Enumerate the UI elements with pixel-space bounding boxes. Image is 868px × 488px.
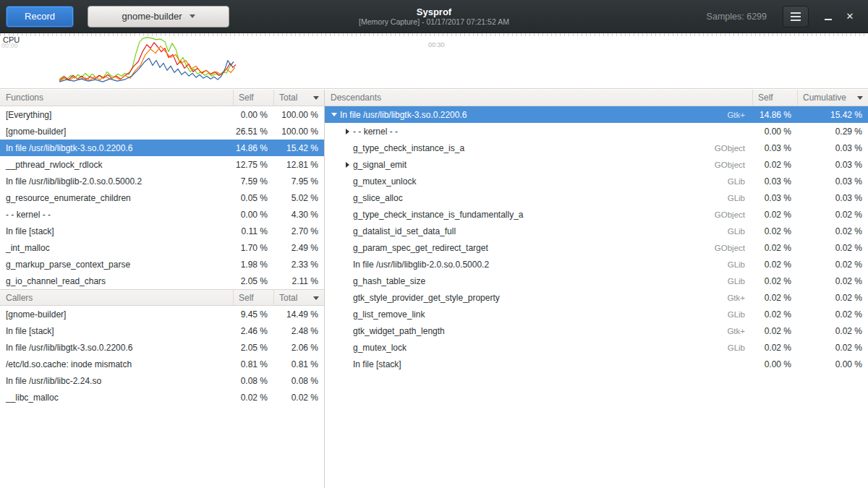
functions-total-column-header[interactable]: Total <box>273 90 324 106</box>
chevron-down-icon <box>190 14 195 18</box>
descendants-column-header[interactable]: Descendants <box>325 90 752 106</box>
callers-self-column-header[interactable]: Self <box>233 290 273 305</box>
symbol-name: __pthread_rwlock_rdlock <box>0 160 233 170</box>
symbol-name: g_signal_emit <box>353 160 407 170</box>
caller-row[interactable]: __libc_malloc0.02 %0.02 % <box>0 389 324 406</box>
total-percent: 100.00 % <box>273 110 324 120</box>
descendant-row[interactable]: g_slice_allocGLib0.03 %0.03 % <box>325 189 868 206</box>
function-row[interactable]: In file [stack]0.11 %2.70 % <box>0 223 324 239</box>
descendants-self-column-header[interactable]: Self <box>752 90 797 106</box>
expander-icon[interactable] <box>328 113 340 116</box>
self-percent: 0.02 % <box>752 326 797 336</box>
descendant-row[interactable]: g_param_spec_get_redirect_targetGObject0… <box>325 239 868 256</box>
descendant-row[interactable]: g_datalist_id_set_data_fullGLib0.02 %0.0… <box>325 223 868 239</box>
descendant-row[interactable]: g_type_check_instance_is_aGObject0.03 %0… <box>325 140 868 156</box>
cumulative-percent: 0.00 % <box>797 359 868 369</box>
functions-header: Functions Self Total <box>0 90 324 106</box>
function-row[interactable]: g_resource_enumerate_children0.05 %5.02 … <box>0 189 324 206</box>
function-row[interactable]: __pthread_rwlock_rdlock12.75 %12.81 % <box>0 156 324 173</box>
cumulative-percent: 0.29 % <box>797 127 868 137</box>
descendant-row[interactable]: In file [stack]0.00 %0.00 % <box>325 356 868 372</box>
minimize-button[interactable] <box>817 6 839 27</box>
record-button[interactable]: Record <box>6 6 74 27</box>
descendant-row[interactable]: gtk_style_provider_get_style_propertyGtk… <box>325 289 868 306</box>
total-percent: 2.33 % <box>273 260 324 270</box>
close-button[interactable]: ✕ <box>839 6 861 27</box>
symbol-name: In file /usr/lib/libgtk-3.so.0.2200.6 <box>340 110 467 120</box>
function-row[interactable]: g_io_channel_read_chars2.05 %2.11 % <box>0 273 324 289</box>
self-percent: 0.05 % <box>233 193 273 203</box>
symbol-name: gtk_widget_path_length <box>353 326 445 336</box>
self-percent: 2.05 % <box>233 276 273 286</box>
library-badge: GLib <box>728 227 752 236</box>
symbol-name: g_type_check_instance_is_a <box>353 143 464 153</box>
process-selector-dropdown[interactable]: gnome-builder <box>88 6 229 27</box>
cumulative-percent: 0.02 % <box>797 243 868 253</box>
function-row[interactable]: - - kernel - -0.00 %4.30 % <box>0 206 324 223</box>
function-row[interactable]: [gnome-builder]26.51 %100.00 % <box>0 123 324 140</box>
close-icon: ✕ <box>846 11 854 22</box>
cpu-timeline-graph[interactable]: CPU 00:00 00:30 <box>0 33 868 89</box>
symbol-name: __libc_malloc <box>0 393 233 403</box>
total-percent: 2.49 % <box>273 243 324 253</box>
library-badge: GLib <box>728 194 752 202</box>
descendant-row[interactable]: - - kernel - -0.00 %0.29 % <box>325 123 868 140</box>
symbol-name: - - kernel - - <box>0 210 233 220</box>
symbol-name: gtk_style_provider_get_style_property <box>353 293 500 303</box>
function-row[interactable]: g_markup_parse_context_parse1.98 %2.33 % <box>0 256 324 273</box>
callers-list: [gnome-builder]9.45 %14.49 %In file [sta… <box>0 306 324 406</box>
self-percent: 7.59 % <box>233 176 273 187</box>
self-percent: 0.02 % <box>752 243 797 253</box>
descendant-row[interactable]: In file /usr/lib/libglib-2.0.so.0.5000.2… <box>325 256 868 273</box>
expander-icon[interactable] <box>341 129 353 134</box>
self-percent: 0.02 % <box>752 276 797 286</box>
menu-button[interactable] <box>783 6 809 27</box>
self-percent: 2.46 % <box>233 326 273 336</box>
cumulative-percent: 0.02 % <box>797 260 868 270</box>
descendant-row[interactable]: g_signal_emitGObject0.02 %0.03 % <box>325 156 868 173</box>
caller-row[interactable]: [gnome-builder]9.45 %14.49 % <box>0 306 324 322</box>
library-badge: GLib <box>728 177 752 186</box>
symbol-name: g_resource_enumerate_children <box>0 193 233 203</box>
self-percent: 0.02 % <box>752 293 797 303</box>
descendant-row[interactable]: g_hash_table_sizeGLib0.02 %0.02 % <box>325 273 868 289</box>
headerbar: Record gnome-builder Sysprof [Memory Cap… <box>0 0 868 33</box>
self-percent: 0.11 % <box>233 226 273 236</box>
caller-row[interactable]: In file [stack]2.46 %2.48 % <box>0 322 324 339</box>
cumulative-percent: 0.02 % <box>797 343 868 353</box>
functions-self-column-header[interactable]: Self <box>233 90 273 106</box>
cumulative-percent: 0.02 % <box>797 210 868 220</box>
symbol-name: g_mutex_lock <box>353 343 407 353</box>
function-row[interactable]: In file /usr/lib/libgtk-3.so.0.2200.614.… <box>0 140 324 156</box>
cumulative-percent: 0.03 % <box>797 176 868 187</box>
function-row[interactable]: _int_malloc1.70 %2.49 % <box>0 239 324 256</box>
library-badge: GLib <box>728 310 752 319</box>
descendant-row[interactable]: In file /usr/lib/libgtk-3.so.0.2200.6Gtk… <box>325 106 868 123</box>
symbol-name: /etc/ld.so.cache: inode mismatch <box>0 359 233 369</box>
cumulative-percent: 15.42 % <box>797 110 868 120</box>
callers-column-header[interactable]: Callers <box>0 290 233 305</box>
function-row[interactable]: [Everything]0.00 %100.00 % <box>0 106 324 123</box>
descendant-row[interactable]: g_list_remove_linkGLib0.02 %0.02 % <box>325 306 868 322</box>
caller-row[interactable]: /etc/ld.so.cache: inode mismatch0.81 %0.… <box>0 356 324 372</box>
symbol-name: In file /usr/lib/libglib-2.0.so.0.5000.2 <box>353 260 489 270</box>
cumulative-percent: 0.02 % <box>797 293 868 303</box>
total-percent: 100.00 % <box>273 127 324 137</box>
caller-row[interactable]: In file /usr/lib/libc-2.24.so0.08 %0.08 … <box>0 372 324 389</box>
symbol-name: _int_malloc <box>0 243 233 253</box>
triangle-closed-icon <box>346 129 349 134</box>
function-row[interactable]: In file /usr/lib/libglib-2.0.so.0.5000.2… <box>0 173 324 189</box>
descendant-row[interactable]: g_mutex_lockGLib0.02 %0.02 % <box>325 339 868 356</box>
total-percent: 0.81 % <box>273 359 324 369</box>
descendant-row[interactable]: g_type_check_instance_is_fundamentally_a… <box>325 206 868 223</box>
symbol-name: g_type_check_instance_is_fundamentally_a <box>353 210 524 220</box>
descendant-row[interactable]: gtk_widget_path_lengthGtk+0.02 %0.02 % <box>325 322 868 339</box>
total-percent: 2.06 % <box>273 343 324 353</box>
callers-total-column-header[interactable]: Total <box>273 290 324 305</box>
expander-icon[interactable] <box>341 162 353 168</box>
caller-row[interactable]: In file /usr/lib/libgtk-3.so.0.2200.62.0… <box>0 339 324 356</box>
descendant-row[interactable]: g_mutex_unlockGLib0.03 %0.03 % <box>325 173 868 189</box>
symbol-name: In file [stack] <box>0 326 233 336</box>
descendants-cumulative-column-header[interactable]: Cumulative <box>797 90 868 106</box>
functions-column-header[interactable]: Functions <box>0 90 233 106</box>
